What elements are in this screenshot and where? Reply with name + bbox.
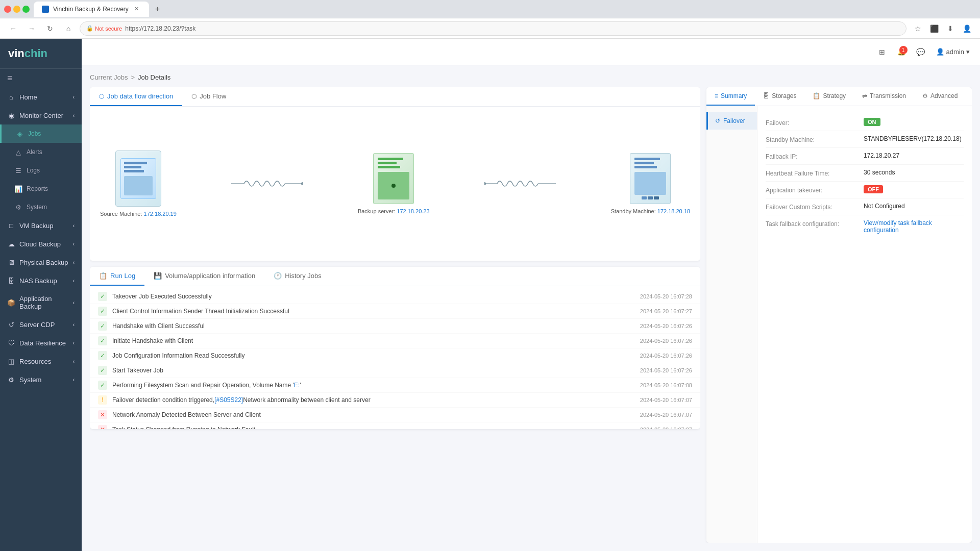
sidebar-arrow-monitor-center: ‹ <box>73 113 75 118</box>
new-tab-button[interactable]: + <box>151 3 164 16</box>
backup-ip-link[interactable]: 172.18.20.23 <box>397 208 429 214</box>
log-icon-error: ✕ <box>98 410 107 419</box>
connection-wave-2 <box>430 173 611 194</box>
profile-button[interactable]: 👤 <box>960 21 974 36</box>
sidebar-item-application-backup[interactable]: 📦Application Backup‹ <box>0 290 82 315</box>
maximize-window-button[interactable] <box>22 6 30 13</box>
forward-button[interactable]: → <box>24 21 39 36</box>
sidebar-label-nas-backup: NAS Backup <box>19 277 57 285</box>
job-flow-tab-label: Job Flow <box>200 92 226 100</box>
task-fallback-link[interactable]: View/modify task fallback configuration <box>864 219 932 234</box>
sidebar-item-home[interactable]: ⌂Home‹ <box>0 88 82 106</box>
storages-right-tab-icon: 🗄 <box>763 92 769 99</box>
grid-view-button[interactable]: ⊞ <box>875 45 889 59</box>
log-text-2: Handshake with Client Successful <box>112 322 635 330</box>
tab-bar: Vinchin Backup & Recovery ✕ + <box>34 2 164 17</box>
standby-ip-link[interactable]: 172.18.20.18 <box>657 208 690 214</box>
failover-content: Failover: ON Standby Machine: STANDBYFIL… <box>757 106 972 543</box>
system-icon: ⚙ <box>7 375 15 384</box>
tab-title: Vinchin Backup & Recovery <box>53 6 129 13</box>
sidebar-item-jobs[interactable]: ◈Jobs <box>0 124 82 143</box>
admin-menu[interactable]: 👤 admin ▾ <box>936 48 970 56</box>
back-button[interactable]: ← <box>6 21 20 36</box>
sidebar-item-system-m[interactable]: ⚙System <box>0 198 82 216</box>
right-tab-summary[interactable]: ≡Summary <box>706 87 755 106</box>
log-icon-error: ✕ <box>98 425 107 429</box>
sidebar-item-resources[interactable]: ◫Resources‹ <box>0 352 82 370</box>
sidebar-item-nas-backup[interactable]: 🗄NAS Backup‹ <box>0 271 82 290</box>
sidebar-item-logs[interactable]: ☰Logs <box>0 161 82 180</box>
right-tab-storages[interactable]: 🗄Storages <box>755 87 804 106</box>
sidebar-item-alerts[interactable]: △Alerts <box>0 143 82 161</box>
source-ip-link[interactable]: 172.18.20.19 <box>144 211 177 217</box>
sidebar-item-physical-backup[interactable]: 🖥Physical Backup‹ <box>0 253 82 271</box>
sidebar-label-server-cdp: Server CDP <box>19 321 55 329</box>
summary-right-tab-label: Summary <box>721 92 747 99</box>
notifications-button[interactable]: 🔔 1 <box>897 48 905 56</box>
panels-row: ⬡Job data flow direction⬡Job Flow <box>90 87 972 543</box>
custom-scripts-row: Failover Custom Scripts: Not Configured <box>766 198 964 215</box>
physical-backup-icon: 🖥 <box>7 258 15 266</box>
reports-icon: 📊 <box>14 185 22 193</box>
close-window-button[interactable] <box>4 6 11 13</box>
sidebar-item-cloud-backup[interactable]: ☁Cloud Backup‹ <box>0 235 82 253</box>
server-cdp-icon: ↺ <box>7 320 15 329</box>
extensions-button[interactable]: ⬛ <box>927 21 941 36</box>
log-item-8: ✕Network Anomaly Detected Between Server… <box>90 408 700 422</box>
logs-icon: ☰ <box>14 166 22 174</box>
log-icon-warning: ! <box>98 395 107 405</box>
right-tab-advanced[interactable]: ⚙Advanced <box>914 87 966 106</box>
hamburger-icon[interactable]: ≡ <box>7 73 13 83</box>
chat-button[interactable]: 💬 <box>914 45 928 59</box>
sidebar-label-physical-backup: Physical Backup <box>19 259 68 266</box>
sidebar-item-vm-backup[interactable]: □VM Backup‹ <box>0 216 82 235</box>
sidebar-item-reports[interactable]: 📊Reports <box>0 180 82 198</box>
sidebar-item-system[interactable]: ⚙System‹ <box>0 370 82 389</box>
sidebar-item-monitor-center[interactable]: ◉Monitor Center‹ <box>0 106 82 124</box>
failover-status-row: Failover: ON <box>766 114 964 131</box>
log-item-1: ✓Client Control Information Sender Threa… <box>90 304 700 319</box>
right-tab-strategy[interactable]: 📋Strategy <box>804 87 854 106</box>
bottom-tab-run-log[interactable]: 📋Run Log <box>90 267 144 286</box>
download-button[interactable]: ⬇ <box>943 21 958 36</box>
left-tab-flow-direction[interactable]: ⬡Job data flow direction <box>90 87 182 106</box>
left-tab-job-flow[interactable]: ⬡Job Flow <box>182 87 235 106</box>
wave-svg-2 <box>484 173 556 194</box>
breadcrumb-parent[interactable]: Current Jobs <box>90 73 128 81</box>
log-icon-success: ✓ <box>98 321 107 331</box>
sidebar-label-reports: Reports <box>27 185 48 192</box>
home-nav-button[interactable]: ⌂ <box>61 21 76 36</box>
task-fallback-label: Task fallback configuration: <box>766 219 857 228</box>
advanced-right-tab-icon: ⚙ <box>922 92 928 99</box>
server-body <box>124 176 153 195</box>
log-text-4: Job Configuration Information Read Succe… <box>112 352 635 359</box>
task-fallback-row: Task fallback configuration: View/modify… <box>766 215 964 238</box>
failover-nav-item[interactable]: ↺ Failover <box>706 112 757 130</box>
log-time-2: 2024-05-20 16:07:26 <box>640 323 692 329</box>
backup-indicator <box>391 184 396 188</box>
right-tab-transmission[interactable]: ⇌Transmission <box>854 87 914 106</box>
right-panel-content: ↺ Failover Failover: ON <box>706 106 972 543</box>
address-bar[interactable]: 🔒 Not secure https://172.18.20.23/?task <box>80 21 906 36</box>
left-panel: ⬡Job data flow direction⬡Job Flow <box>90 87 700 543</box>
flow-direction-tab-icon: ⬡ <box>99 93 104 100</box>
sidebar-item-data-resilience[interactable]: 🛡Data Resilience‹ <box>0 334 82 352</box>
failover-on-badge: ON <box>864 118 880 126</box>
log-text-6: Performing Filesystem Scan and Repair Op… <box>112 382 635 389</box>
strategy-right-tab-label: Strategy <box>823 92 846 99</box>
sidebar-label-home: Home <box>19 93 37 101</box>
sidebar-arrow-resources: ‹ <box>73 359 75 364</box>
bottom-tab-volume-info[interactable]: 💾Volume/application information <box>144 267 264 286</box>
bookmark-button[interactable]: ☆ <box>911 21 925 36</box>
sidebar-label-logs: Logs <box>27 167 40 174</box>
bottom-tab-history-jobs[interactable]: 🕐History Jobs <box>264 267 331 286</box>
log-time-4: 2024-05-20 16:07:26 <box>640 353 692 359</box>
tab-close-button[interactable]: ✕ <box>133 5 141 13</box>
refresh-button[interactable]: ↻ <box>43 21 57 36</box>
browser-tab[interactable]: Vinchin Backup & Recovery ✕ <box>34 2 149 17</box>
sidebar-item-server-cdp[interactable]: ↺Server CDP‹ <box>0 315 82 334</box>
run-log-bottom-tab-label: Run Log <box>110 272 135 280</box>
right-panel: ≡Summary🗄Storages📋Strategy⇌Transmission⚙… <box>706 87 972 543</box>
minimize-window-button[interactable] <box>13 6 20 13</box>
sidebar-arrow-server-cdp: ‹ <box>73 322 75 328</box>
